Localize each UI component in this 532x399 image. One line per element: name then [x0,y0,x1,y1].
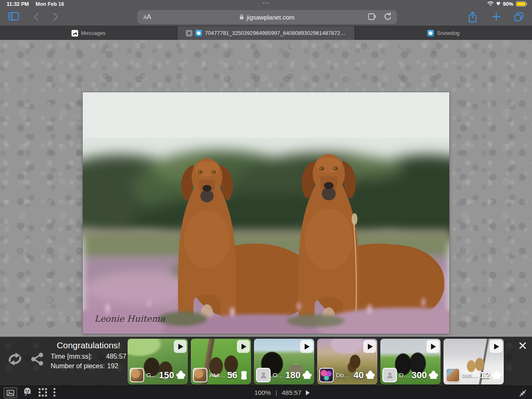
rounded-piece-icon [239,370,249,381]
puzzle-name: At t… [209,372,226,379]
image-icon [7,389,14,397]
puzzle-suggestion-3[interactable]: O… 180 [254,339,314,384]
time-value: 485:57 [106,353,126,360]
author-avatar [130,368,144,382]
puzzle-suggestion-4[interactable]: Do… 40 [317,339,377,384]
play-puzzle-button[interactable] [363,340,376,353]
puzzle-name: O… [273,372,283,379]
author-avatar-placeholder [382,368,397,382]
url-text: jigsawplanet.com [246,14,294,21]
grid-icon [38,387,48,397]
status-time: 11:32 PM [7,1,29,7]
puzzle-name: twe… [462,372,478,379]
piece-count: 300 [411,370,427,381]
tab-puzzle-active[interactable]: × 70477781_3250392964985997_640808930296… [177,26,355,40]
play-icon [494,344,499,350]
messages-favicon-icon [71,30,78,37]
completed-puzzle-image[interactable]: Leonie Huitema [83,92,449,334]
ghost-preview-button[interactable] [22,387,32,399]
play-icon [178,344,183,350]
play-puzzle-button[interactable] [300,340,313,353]
suggested-puzzles-list: G… 150 At t… 56 [128,339,504,384]
puzzle-suggestion-1[interactable]: G… 150 [128,339,188,384]
address-bar[interactable]: AA jigsawplanet.com [137,10,397,24]
kebab-menu-icon [53,387,56,397]
background-image-button[interactable] [4,387,17,398]
puzzle-piece-icon [302,370,313,381]
jigsawplanet-favicon-icon [195,30,202,37]
author-avatar [446,368,460,382]
author-avatar-placeholder [256,368,271,382]
puzzle-suggestion-5[interactable]: D… 300 [380,339,441,384]
tab-snowdog[interactable]: Snowdog [355,26,532,40]
piece-count: 150 [159,370,174,381]
jigsawplanet-favicon-icon [427,30,434,37]
play-icon [305,344,310,350]
close-panel-button[interactable] [519,342,527,351]
separator: | [276,389,277,397]
tab-puzzle-label: 70477781_3250392964985997_64080893029614… [205,30,346,36]
tab-messages[interactable]: Messages [0,26,177,40]
play-puzzle-button[interactable] [490,340,502,353]
tab-overview-button[interactable] [514,12,524,23]
congratulations-panel: Congratulations! Time [mm:ss]: 485:57 Nu… [0,337,532,386]
author-avatar [319,368,334,382]
status-bar: 11:32 PM Mon Feb 16 ••• ♥ 90% [0,0,532,8]
reload-button[interactable] [384,12,392,22]
back-button[interactable] [33,12,39,22]
pieces-label: Number of pieces: [51,362,105,370]
tab-close-icon[interactable]: × [186,30,192,37]
piece-count: 180 [285,370,300,381]
tab-snowdog-label: Snowdog [437,30,459,36]
congratulations-title: Congratulations! [51,340,126,350]
puzzle-suggestion-2[interactable]: At t… 56 [191,339,251,384]
new-tab-button[interactable] [492,12,501,22]
time-label: Time [mm:ss]: [51,353,92,360]
photographer-signature: Leonie Huitema [94,314,165,324]
restart-puzzle-button[interactable] [7,352,23,367]
share-button[interactable] [468,11,477,24]
battery-icon [516,1,526,7]
ipad-screen: 11:32 PM Mon Feb 16 ••• ♥ 90% [0,0,532,399]
more-options-button[interactable] [53,387,56,399]
wifi-icon [487,1,494,7]
safari-toolbar: AA jigsawplanet.com [0,8,532,26]
lock-icon [239,14,244,21]
puzzle-piece-icon [175,370,186,381]
multitask-handle[interactable]: ••• [263,0,269,5]
tab-bar: Messages × 70477781_3250392964985997_640… [0,26,532,40]
battery-percent: 90% [503,1,513,7]
ghost-icon [22,387,32,398]
play-puzzle-button[interactable] [426,340,439,353]
play-icon [241,344,246,350]
puzzle-name: Do… [336,372,352,379]
play-icon [431,344,436,350]
puzzle-name: D… [399,372,410,379]
tab-messages-label: Messages [81,30,106,36]
sidebar-toggle-button[interactable] [8,12,19,22]
puzzle-piece-icon [365,370,376,381]
arrange-pieces-button[interactable] [38,387,48,399]
timer-play-icon[interactable] [306,390,310,395]
status-date: Mon Feb 16 [36,1,64,7]
play-puzzle-button[interactable] [174,340,187,353]
play-puzzle-button[interactable] [237,340,250,353]
share-result-button[interactable] [30,352,44,367]
zoom-level[interactable]: 100% [254,389,271,397]
pieces-value: 192 [107,362,118,370]
play-icon [368,344,373,350]
puzzle-name: G… [146,372,157,379]
piece-count: 12 [480,370,490,381]
collapse-fullscreen-button[interactable] [519,389,527,398]
piece-count: 56 [227,370,237,381]
forward-button[interactable] [53,12,59,22]
puzzle-suggestion-6[interactable]: twe… 12 [443,339,504,384]
extension-puzzle-icon[interactable] [367,12,377,22]
piece-count: 40 [354,370,364,381]
author-avatar [193,368,207,382]
puzzle-piece-icon [428,370,439,381]
timer-value: 485:57 [282,389,301,397]
puzzle-toolbar: 100% | 485:57 [0,386,532,399]
puzzle-piece-icon [491,370,502,381]
close-icon [519,342,527,350]
